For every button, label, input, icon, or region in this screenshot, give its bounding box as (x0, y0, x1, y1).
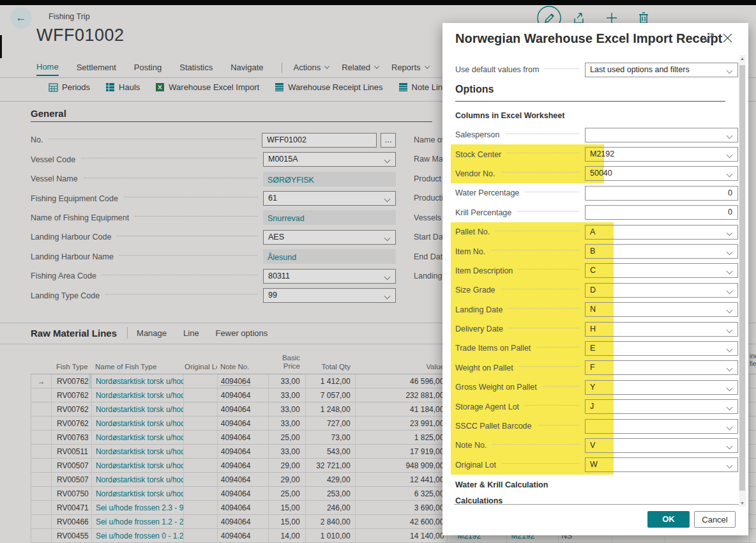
gross-weight-on-pallet-dropdown[interactable]: Y (585, 380, 738, 395)
item-description-dropdown[interactable]: C (585, 263, 738, 278)
chevron-down-icon (727, 424, 733, 430)
dot-leader (506, 134, 580, 134)
chevron-down-icon (727, 307, 733, 314)
field-row-gross-weight-on-pallet: Gross Weight on Pallet Y (442, 378, 748, 397)
dot-leader (492, 444, 579, 445)
chevron-down-icon (727, 443, 733, 449)
field-row-stock-center: Stock Center M2192 (442, 144, 748, 164)
dot-leader (543, 386, 579, 386)
section-rule (455, 101, 725, 102)
scroll-down-icon[interactable]: ▼ (739, 500, 746, 507)
dot-leader (509, 328, 579, 328)
field-row-item-description: Item Description C (442, 261, 748, 280)
trade-items-on-pallet-dropdown[interactable]: E (585, 341, 738, 356)
field-row-storage-agent-lot: Storage Agent Lot J (442, 397, 748, 416)
dialog-title: Norwegian Warehouse Excel Import Receipt (455, 31, 722, 46)
dot-leader (502, 463, 579, 464)
chevron-down-icon (727, 268, 733, 275)
field-row-salesperson: Salesperson (442, 125, 748, 144)
chevron-down-icon (727, 404, 733, 411)
dot-leader (519, 366, 579, 367)
chevron-down-icon (727, 346, 733, 353)
field-row-item-no: Item No. B (442, 241, 748, 261)
modal-fields: Salesperson Stock Center M2192 Vendor No… (442, 125, 748, 475)
chevron-down-icon (727, 67, 733, 73)
delivery-date-dropdown[interactable]: H (585, 322, 738, 337)
pallet-no-dropdown[interactable]: A (585, 225, 738, 240)
item-no-dropdown[interactable]: B (585, 244, 738, 259)
options-title[interactable]: Options (455, 84, 494, 95)
water-krill-title: Water & Krill Calculation (455, 480, 548, 489)
dot-leader (507, 153, 579, 153)
weight-on-pallet-dropdown[interactable]: F (585, 360, 738, 375)
water-percentage-input[interactable]: 0 (585, 186, 738, 201)
field-row-vendor-no: Vendor No. 50040 (442, 164, 748, 183)
dot-leader (491, 250, 579, 250)
chevron-down-icon (727, 287, 733, 294)
use-default-values-dropdown[interactable]: Last used options and filters (585, 63, 738, 77)
field-row-note-no: Note No. V (442, 436, 748, 455)
dot-leader (538, 425, 579, 425)
field-row-delivery-date: Delivery Date H (442, 319, 748, 339)
field-row-trade-items-on-pallet: Trade Items on Pallet E (442, 339, 748, 358)
chevron-down-icon (727, 132, 733, 139)
landing-date-dropdown[interactable]: N (585, 302, 738, 317)
dot-leader (517, 211, 579, 211)
salesperson-dropdown[interactable] (585, 128, 738, 142)
expand-icon[interactable] (704, 33, 714, 43)
field-row-original-lot: Original Lot W (442, 455, 748, 475)
default-values-row: Use default values from Last used option… (442, 60, 748, 79)
field-row-pallet-no: Pallet No. A (442, 222, 748, 241)
storage-agent-lot-dropdown[interactable]: J (585, 399, 738, 414)
krill-percentage-input[interactable]: 0 (585, 205, 738, 220)
chevron-down-icon (727, 249, 733, 256)
dot-leader (501, 289, 579, 289)
columns-title: Columns in Excel Worksheet (455, 111, 564, 120)
chevron-down-icon (727, 463, 733, 469)
chevron-down-icon (727, 171, 733, 178)
vendor-no-dropdown[interactable]: 50040 (585, 166, 738, 181)
chevron-down-icon (727, 326, 733, 333)
ok-button[interactable]: OK (647, 511, 690, 528)
dot-leader (501, 172, 579, 172)
dot-leader (536, 347, 579, 348)
dot-leader (525, 192, 579, 192)
dot-leader (545, 68, 579, 69)
chevron-down-icon (727, 229, 733, 236)
stock-center-dropdown[interactable]: M2192 (585, 147, 738, 162)
dot-leader (508, 308, 579, 309)
original-lot-dropdown[interactable]: W (585, 457, 738, 472)
size-grade-dropdown[interactable]: D (585, 283, 738, 298)
dot-leader (495, 231, 579, 231)
sscc-pallet-barcode-dropdown[interactable] (585, 419, 738, 434)
field-row-sscc-pallet-barcode: SSCC Pallet Barcode (442, 417, 748, 436)
scroll-clip-rule (454, 504, 743, 505)
cancel-button[interactable]: Cancel (694, 511, 736, 528)
chevron-down-icon (727, 365, 733, 372)
chevron-down-icon (727, 152, 733, 158)
dot-leader (525, 405, 579, 406)
field-row-water-percentage: Water Percentage 0 (442, 183, 748, 203)
excel-import-dialog: Norwegian Warehouse Excel Import Receipt… (442, 23, 748, 535)
app-window: ← Fishing Trip WFF01002 Home Settlement … (0, 0, 756, 543)
field-row-krill-percentage: Krill Percentage 0 (442, 203, 748, 222)
close-icon[interactable] (722, 33, 733, 43)
field-row-weight-on-pallet: Weight on Pallet F (442, 358, 748, 378)
dot-leader (518, 269, 579, 270)
field-row-size-grade: Size Grade D (442, 280, 748, 300)
field-row-landing-date: Landing Date N (442, 300, 748, 319)
chevron-down-icon (727, 385, 733, 391)
note-no-dropdown[interactable]: V (585, 438, 738, 453)
